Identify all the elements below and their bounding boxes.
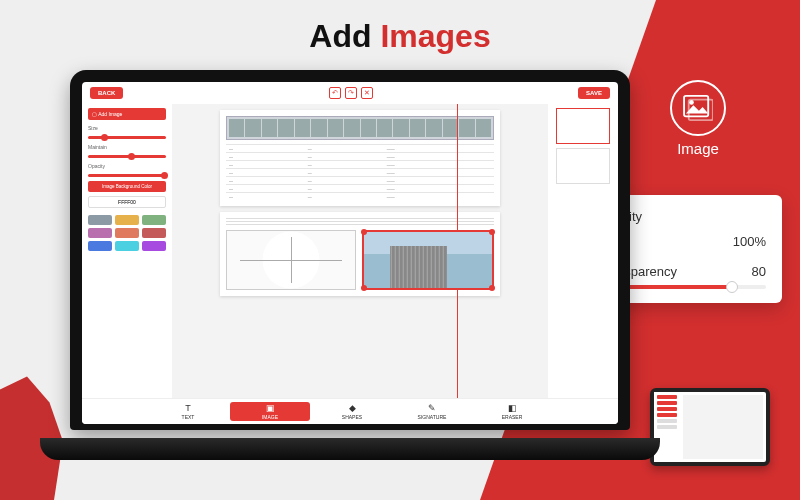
thumbnail-2[interactable] — [556, 148, 610, 184]
maintain-label: Maintain — [88, 143, 166, 151]
swatch[interactable] — [142, 215, 166, 225]
bottom-toolbar: TTEXT ▣IMAGE ◆SHAPES ✎SIGNATURE ◧ERASER — [82, 398, 618, 424]
page-thumbnails — [548, 104, 618, 398]
opacity-value: 100% — [733, 234, 766, 249]
technical-diagram — [226, 230, 356, 290]
hex-input[interactable]: FFFF00 — [88, 196, 166, 208]
tool-text[interactable]: TTEXT — [148, 399, 228, 424]
resize-handle[interactable] — [489, 285, 495, 291]
image-badge: Image — [670, 80, 726, 157]
left-sidebar: ▢ Add Image Size Maintain Opacity Image … — [82, 104, 172, 398]
color-swatches — [88, 215, 166, 251]
bg-color-button[interactable]: Image Background Color — [88, 181, 166, 192]
sidebar-opacity-label: Opacity — [88, 162, 166, 170]
top-toolbar: ↶ ↷ ✕ — [329, 87, 373, 99]
swatch[interactable] — [115, 215, 139, 225]
marketing-stage: Add Images Image Opacity ▦ 100% Transpar… — [0, 0, 800, 500]
mini-screenshot — [650, 388, 770, 466]
swatch[interactable] — [142, 241, 166, 251]
inserted-image-selected[interactable] — [362, 230, 494, 290]
tool-eraser[interactable]: ◧ERASER — [472, 399, 552, 424]
image-badge-icon — [670, 80, 726, 136]
save-button[interactable]: SAVE — [578, 87, 610, 99]
undo-icon[interactable]: ↶ — [329, 87, 341, 99]
resize-handle[interactable] — [361, 285, 367, 291]
topbar: BACK ↶ ↷ ✕ SAVE — [82, 82, 618, 104]
app-screen: BACK ↶ ↷ ✕ SAVE ▢ Add Image Size Maintai… — [82, 82, 618, 424]
maintain-slider[interactable] — [88, 155, 166, 158]
headline-prefix: Add — [309, 18, 380, 54]
swatch[interactable] — [142, 228, 166, 238]
size-slider[interactable] — [88, 136, 166, 139]
tool-signature[interactable]: ✎SIGNATURE — [392, 399, 472, 424]
size-label: Size — [88, 124, 166, 132]
doc-page-2[interactable] — [220, 212, 500, 296]
swatch[interactable] — [115, 241, 139, 251]
swatch[interactable] — [88, 241, 112, 251]
laptop-base — [40, 438, 660, 460]
document-canvas[interactable]: ———————————————————————————— — [172, 104, 548, 398]
transparency-value: 80 — [752, 264, 766, 279]
tool-image[interactable]: ▣IMAGE — [230, 402, 310, 421]
swatch[interactable] — [88, 228, 112, 238]
add-image-button[interactable]: ▢ Add Image — [88, 108, 166, 120]
swatch[interactable] — [115, 228, 139, 238]
headline: Add Images — [0, 18, 800, 55]
redo-icon[interactable]: ↷ — [345, 87, 357, 99]
resize-handle[interactable] — [489, 229, 495, 235]
swatch[interactable] — [88, 215, 112, 225]
laptop-mockup: BACK ↶ ↷ ✕ SAVE ▢ Add Image Size Maintai… — [70, 70, 630, 450]
doc-page-1[interactable]: ———————————————————————————— — [220, 110, 500, 206]
back-button[interactable]: BACK — [90, 87, 123, 99]
image-badge-label: Image — [670, 140, 726, 157]
headline-accent: Images — [380, 18, 490, 54]
tool-shapes[interactable]: ◆SHAPES — [312, 399, 392, 424]
delete-icon[interactable]: ✕ — [361, 87, 373, 99]
thumbnail-1[interactable] — [556, 108, 610, 144]
opacity-slider[interactable] — [88, 174, 166, 177]
resize-handle[interactable] — [361, 229, 367, 235]
